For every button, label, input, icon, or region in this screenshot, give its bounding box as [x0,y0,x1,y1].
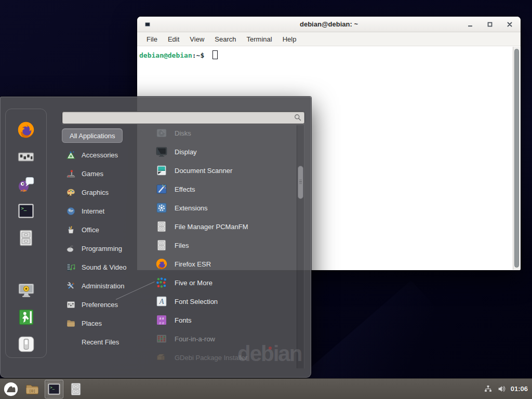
window-controls [467,21,513,28]
minimize-button[interactable] [467,21,474,28]
lock-screen-button[interactable] [16,276,36,303]
terminal-menu-file[interactable]: File [141,33,163,45]
system-tray [484,384,506,393]
effects-icon [155,183,168,195]
app-label: Five or More [175,279,212,287]
taskbar-clock[interactable]: 01:06 [511,385,528,393]
shut-down-button[interactable] [16,330,36,357]
app-label: GDebi Package Installer [175,354,247,362]
app-files[interactable]: Files [150,236,296,255]
pidgin-icon [17,175,35,193]
category-label: Office [82,226,99,234]
terminal-menu-terminal[interactable]: Terminal [242,33,277,45]
font-selection-icon: A [155,295,168,308]
category-label: Administration [82,282,124,290]
favorites-rail: >_ [5,109,47,358]
package-icon [155,351,168,364]
disks-icon [155,127,168,139]
graphics-icon [66,188,76,197]
category-internet[interactable]: Internet [61,202,148,220]
app-label: Disks [175,129,191,137]
terminal-scrollbar[interactable] [513,47,520,270]
office-icon [66,225,76,235]
internet-icon [66,206,76,216]
category-administration[interactable]: Administration [61,276,148,295]
taskbar-files-button[interactable] [66,380,85,398]
app-four-in-a-row[interactable]: Four-in-a-row [150,329,296,348]
category-label: Recent Files [82,338,119,346]
app-effects[interactable]: Effects [150,180,296,198]
terminal-icon: >_ [17,202,35,220]
app-label: Four-in-a-row [175,335,215,343]
app-label: Font Selection [175,298,218,305]
svg-text:a a: a a [159,321,164,325]
category-label: Preferences [82,301,118,309]
fonts-icon: a aa a [155,314,168,326]
maximize-button[interactable] [486,21,494,28]
shut-down-icon [17,335,35,353]
app-display[interactable]: Display [150,142,296,161]
app-label: Effects [175,185,195,193]
terminal-icon: >_ [47,382,61,396]
search-row [62,111,305,124]
places-icon [66,318,76,328]
tray-volume-icon[interactable] [497,384,506,393]
terminal-menu-edit[interactable]: Edit [163,33,184,45]
favorite-firefox[interactable] [16,116,36,143]
log-out-icon [17,308,35,326]
app-document-scanner[interactable]: Document Scanner [150,161,296,180]
folder-icon: [D] [25,382,39,396]
category-recent-files[interactable]: Recent Files [61,332,148,351]
category-accessories[interactable]: Accessories [61,145,148,164]
terminal-titlebar[interactable]: debian@debian: ~ [137,17,521,32]
scanner-icon [155,164,168,177]
app-firefox-esr[interactable]: Firefox ESR [150,255,296,273]
terminal-menu-search[interactable]: Search [209,33,241,45]
app-five-or-more[interactable]: Five or More [150,273,296,292]
category-graphics[interactable]: Graphics [61,183,148,202]
log-out-button[interactable] [16,303,36,330]
file-cabinet-icon [69,382,83,396]
category-sound-video[interactable]: Sound & Video [61,258,148,276]
terminal-menu-view[interactable]: View [184,33,209,45]
category-preferences[interactable]: Preferences [61,295,148,314]
search-input[interactable] [62,111,305,124]
menu-scrollbar[interactable] [297,125,304,368]
favorite-terminal[interactable]: >_ [16,197,36,224]
category-places[interactable]: Places [61,314,148,332]
app-fonts[interactable]: a aa aFonts [150,311,296,329]
category-office[interactable]: Office [61,220,148,239]
app-disks[interactable]: Disks [150,124,296,142]
category-label: Sound & Video [82,263,127,271]
app-file-manager-pcmanfm[interactable]: File Manager PCManFM [150,217,296,236]
category-label: Accessories [82,151,118,159]
app-gdebi-package-installer[interactable]: GDebi Package Installer [150,348,296,367]
terminal-menubar: FileEditViewSearchTerminalHelp [137,32,521,46]
terminal-menu-help[interactable]: Help [277,33,302,45]
favorite-messenger[interactable] [16,170,36,197]
app-label: Display [175,148,197,156]
display-icon [155,145,168,158]
app-font-selection[interactable]: AFont Selection [150,292,296,311]
category-all-applications[interactable]: All Applications [62,128,123,143]
taskbar-file-manager-button[interactable]: [D] [23,380,42,398]
lock-screen-icon [17,281,35,299]
games-icon [66,169,76,179]
extensions-icon [155,202,168,214]
favorite-settings[interactable] [16,143,36,170]
category-games[interactable]: Games [61,164,148,183]
four-in-a-row-icon [155,332,168,345]
category-programming[interactable]: Programming [61,239,148,258]
tray-network-icon[interactable] [484,384,493,393]
taskbar-terminal-button[interactable]: >_ [45,380,63,398]
menu-scrollbar-thumb[interactable] [298,166,303,199]
svg-text:[D]: [D] [29,389,36,393]
administration-icon [66,281,76,291]
svg-text:>_: >_ [50,385,55,389]
close-button[interactable] [506,21,513,28]
preferences-icon [66,300,76,310]
taskbar-menu-button[interactable] [2,380,20,398]
favorite-file-manager[interactable] [16,224,36,251]
app-extensions[interactable]: Extensions [150,198,296,217]
terminal-scrollbar-thumb[interactable] [514,49,519,268]
